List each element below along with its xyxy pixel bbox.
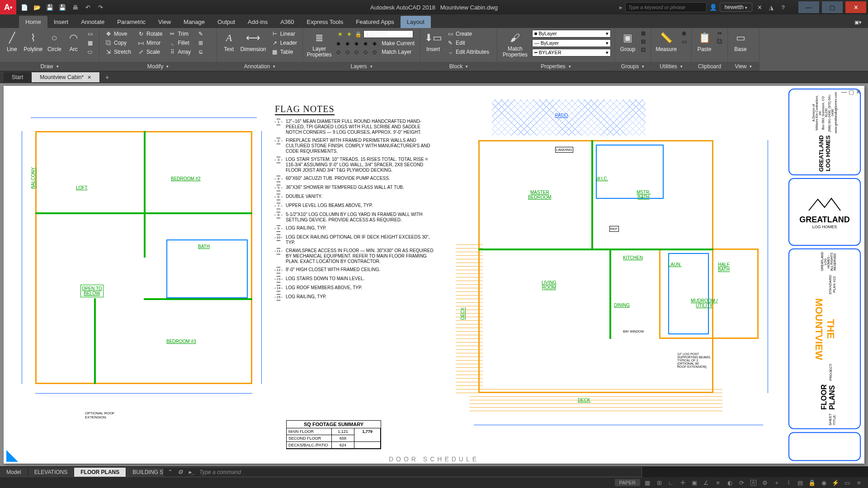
- ellipse-button[interactable]: ⬭: [85, 48, 95, 56]
- tab-home[interactable]: Home: [19, 16, 47, 28]
- create-block-button[interactable]: ▭Create: [445, 30, 491, 38]
- drawing-canvas[interactable]: — ▢ ✕ LOFT BEDROOM #2 BATH BEDROOM #3 OP…: [0, 83, 868, 466]
- file-tab-active[interactable]: Mountview Cabin*✕: [32, 72, 100, 82]
- signin-icon[interactable]: 👤: [709, 4, 717, 11]
- layer-tool-icon[interactable]: ◈: [353, 40, 360, 47]
- window-close-button[interactable]: ✕: [845, 1, 866, 13]
- layer-tool-icon[interactable]: ◈: [362, 40, 369, 47]
- copy-clip-icon[interactable]: ⿻: [716, 38, 723, 45]
- match-properties-button[interactable]: 🖌Match Properties: [501, 30, 529, 59]
- insert-block-button[interactable]: ⬇▭Insert: [424, 30, 442, 53]
- modify-extra-2[interactable]: ⊞: [195, 39, 206, 47]
- line-button[interactable]: ╱Line: [4, 30, 20, 53]
- linetype-combo[interactable]: — ByLayer▾: [532, 39, 611, 47]
- hardware-accel-icon[interactable]: ⚡: [831, 479, 840, 487]
- close-file-icon[interactable]: ✕: [87, 75, 91, 80]
- cut-icon[interactable]: ✂: [716, 30, 723, 37]
- panel-draw-label[interactable]: Draw: [0, 62, 99, 71]
- dimension-button[interactable]: ⟷Dimension: [240, 30, 267, 53]
- osnap-toggle-icon[interactable]: ▣: [690, 479, 699, 487]
- file-tab-start[interactable]: Start: [4, 72, 32, 82]
- panel-view-label[interactable]: View: [728, 62, 759, 71]
- model-paper-toggle[interactable]: PAPER: [615, 479, 640, 486]
- scale-button[interactable]: ⤢Scale: [136, 48, 164, 56]
- window-maximize-button[interactable]: ▢: [822, 1, 843, 13]
- grid-toggle-icon[interactable]: ▦: [643, 479, 652, 487]
- autodesk-icon[interactable]: ◮: [767, 3, 776, 12]
- tab-express-tools[interactable]: Express Tools: [301, 16, 350, 28]
- layer-properties-button[interactable]: ≣Layer Properties: [307, 30, 332, 59]
- polar-toggle-icon[interactable]: ✛: [678, 479, 687, 487]
- command-history-icon[interactable]: ⌃: [167, 469, 174, 476]
- qat-new-icon[interactable]: 📄: [20, 3, 29, 12]
- panel-utilities-label[interactable]: Utilities: [651, 62, 691, 71]
- tab-addins[interactable]: Add-ins: [241, 16, 274, 28]
- polyline-button[interactable]: ⌇Polyline: [23, 30, 43, 53]
- layer-tool-icon[interactable]: ◈: [344, 40, 351, 47]
- util-tool-icon[interactable]: ▭: [680, 38, 688, 45]
- qat-save-icon[interactable]: 💾: [45, 3, 54, 12]
- linear-button[interactable]: ⊢Linear: [269, 30, 299, 38]
- paste-button[interactable]: 📋Paste: [695, 30, 713, 53]
- command-line[interactable]: ⌃ ⚙ ▸_ Type a command: [163, 467, 642, 477]
- layer-tool-icon[interactable]: ◇: [335, 48, 342, 56]
- help-icon[interactable]: ?: [778, 3, 788, 12]
- fillet-button[interactable]: ◟Fillet: [167, 39, 193, 47]
- exchange-icon[interactable]: ✕: [755, 3, 764, 12]
- base-view-button[interactable]: ▭Base: [731, 30, 750, 53]
- group-tool-icon[interactable]: ⊞: [640, 30, 647, 37]
- group-tool-icon[interactable]: ⊟: [640, 38, 647, 45]
- tab-insert[interactable]: Insert: [47, 16, 75, 28]
- lineweight-combo[interactable]: ━ BYLAYER▾: [532, 49, 611, 56]
- new-file-tab-button[interactable]: +: [100, 72, 114, 83]
- circle-button[interactable]: ○Circle: [46, 30, 63, 53]
- trim-button[interactable]: ✂Trim: [167, 30, 193, 38]
- util-tool-icon[interactable]: ⊕: [680, 30, 688, 37]
- layout-tab-model[interactable]: Model: [0, 468, 28, 477]
- workspace-icon[interactable]: ⚙: [760, 479, 769, 487]
- isolate-icon[interactable]: ◉: [819, 479, 828, 487]
- layer-tool-icon[interactable]: ◈: [371, 40, 378, 47]
- tab-parametric[interactable]: Parametric: [111, 16, 152, 28]
- qat-open-icon[interactable]: 📂: [33, 3, 42, 12]
- panel-groups-label[interactable]: Groups: [615, 62, 651, 71]
- copy-button[interactable]: ⿻Copy: [103, 39, 133, 47]
- leader-button[interactable]: ↗Leader: [269, 39, 299, 47]
- user-chip[interactable]: hewetth ▾: [720, 3, 752, 12]
- make-current-button[interactable]: Make Current: [380, 40, 416, 47]
- snap-toggle-icon[interactable]: ⊞: [655, 479, 664, 487]
- window-minimize-button[interactable]: —: [798, 1, 819, 13]
- tab-view[interactable]: View: [152, 16, 177, 28]
- tab-output[interactable]: Output: [211, 16, 241, 28]
- group-button[interactable]: ▣Group: [618, 30, 637, 53]
- app-menu-icon[interactable]: A▾: [0, 0, 16, 14]
- paper-space[interactable]: — ▢ ✕ LOFT BEDROOM #2 BATH BEDROOM #3 OP…: [4, 86, 864, 464]
- ortho-toggle-icon[interactable]: ∟: [666, 479, 675, 487]
- cycling-toggle-icon[interactable]: ⟳: [737, 479, 746, 487]
- annotation-monitor-icon[interactable]: +: [772, 479, 781, 487]
- arc-button[interactable]: ◠Arc: [65, 30, 82, 53]
- panel-modify-label[interactable]: Modify: [99, 62, 217, 71]
- annotation-scale-icon[interactable]: 🄰: [749, 479, 758, 487]
- units-icon[interactable]: ⟟: [784, 479, 793, 487]
- edit-block-button[interactable]: ✎Edit: [445, 39, 491, 47]
- panel-block-label[interactable]: Block: [420, 62, 497, 71]
- customize-icon[interactable]: ≡: [854, 479, 863, 487]
- layer-tool-icon[interactable]: ◇: [362, 48, 369, 56]
- mirror-button[interactable]: ▹◃Mirror: [136, 39, 164, 47]
- otrack-toggle-icon[interactable]: ∠: [702, 479, 711, 487]
- measure-button[interactable]: 📏Measure: [655, 30, 678, 53]
- qat-plot-icon[interactable]: 🖶: [71, 3, 80, 12]
- panel-annotation-label[interactable]: Annotation: [217, 62, 302, 71]
- array-button[interactable]: ⠿Array: [167, 48, 193, 56]
- layout-tab-floor-plans[interactable]: FLOOR PLANS: [74, 468, 126, 477]
- command-options-icon[interactable]: ⚙: [178, 469, 185, 476]
- transparency-toggle-icon[interactable]: ◐: [725, 479, 734, 487]
- lineweight-toggle-icon[interactable]: ≡: [713, 479, 722, 487]
- edit-attributes-button[interactable]: ⌵Edit Attributes: [445, 48, 491, 56]
- layout-tab-elevations[interactable]: ELEVATIONS: [28, 468, 75, 477]
- clean-screen-icon[interactable]: ▭: [843, 479, 852, 487]
- color-combo[interactable]: ■ ByLayer▾: [532, 30, 611, 38]
- modify-extra-1[interactable]: ✎: [195, 30, 206, 38]
- hatch-button[interactable]: ▦: [85, 39, 95, 47]
